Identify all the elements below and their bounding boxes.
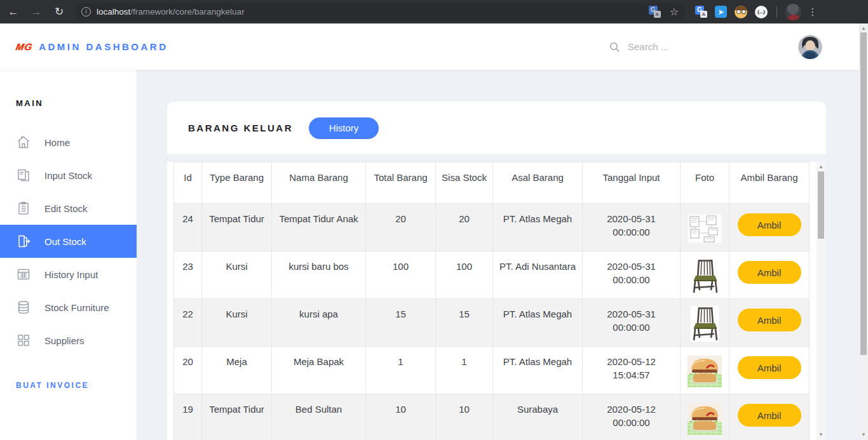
tanggal-time: 00:00:00 xyxy=(588,225,675,239)
sidebar-item-stock-furniture[interactable]: Stock Furniture xyxy=(0,291,137,324)
page-scrollbar[interactable]: ▲ ▼ xyxy=(859,23,868,440)
sidebar-item-home[interactable]: Home xyxy=(0,126,137,159)
search-input[interactable] xyxy=(628,41,723,52)
cell-sisa-stock: 10 xyxy=(436,394,493,440)
persona-extension-icon[interactable] xyxy=(735,6,747,18)
ambil-button[interactable]: Ambil xyxy=(738,309,801,331)
page-title: BARANG KELUAR xyxy=(188,123,293,133)
cell-asal-barang: PT. Atlas Megah xyxy=(493,347,583,394)
cell-foto xyxy=(681,299,729,347)
foto-cell-image xyxy=(687,212,722,245)
json-viewer-extension-icon[interactable]: (...) xyxy=(755,6,768,18)
cell-sisa-stock: 100 xyxy=(436,251,493,299)
table-row: 23 Kursi kursi baru bos 100 100 PT. Adi … xyxy=(174,251,810,299)
cell-ambil: Ambil xyxy=(729,299,810,347)
cell-total-barang: 1 xyxy=(366,347,436,394)
history-input-icon xyxy=(16,267,31,282)
cell-id: 20 xyxy=(174,347,202,394)
bookmark-star-icon[interactable]: ☆ xyxy=(670,6,679,18)
barang-keluar-table: Id Type Barang Nama Barang Total Barang … xyxy=(173,162,810,440)
cell-ambil: Ambil xyxy=(729,251,810,299)
table-scrollbar[interactable]: ▲ ▼ xyxy=(817,162,825,440)
burger-photo xyxy=(688,403,722,435)
sidebar-item-history-input[interactable]: History Input xyxy=(0,258,137,291)
cell-asal-barang: PT. Adi Nusantara xyxy=(493,251,583,299)
cell-total-barang: 20 xyxy=(366,204,436,251)
browser-menu-icon[interactable]: ⋮ xyxy=(806,6,819,18)
cell-tanggal-input: 2020-05-31 00:00:00 xyxy=(583,251,681,299)
app-logo[interactable]: MG ADMIN DASHBOARD xyxy=(16,41,168,52)
address-bar[interactable]: i localhost/framework/core/barangkeluar … xyxy=(75,3,685,21)
history-button[interactable]: History xyxy=(309,117,379,139)
browser-profile-avatar[interactable] xyxy=(785,4,801,20)
download-manager-extension-icon[interactable]: ➤ xyxy=(715,6,727,18)
col-header-tanggal-input: Tanggal Input xyxy=(583,163,681,204)
ext-a-box: A xyxy=(700,11,707,18)
foto-cell-image xyxy=(687,355,722,388)
sidebar-section-main: MAIN xyxy=(0,70,137,108)
table-scrollbar-thumb[interactable] xyxy=(818,171,824,239)
cell-foto xyxy=(681,347,729,394)
toolbar-divider xyxy=(776,6,777,18)
cell-total-barang: 100 xyxy=(366,251,436,299)
sidebar-item-out-stock[interactable]: Out Stock xyxy=(0,225,137,258)
browser-toolbar: ← → ↻ i localhost/framework/core/barangk… xyxy=(0,0,868,23)
app-title: ADMIN DASHBOARD xyxy=(39,41,168,52)
cell-type-barang: Kursi xyxy=(202,251,272,299)
ambil-button[interactable]: Ambil xyxy=(738,213,801,236)
search-icon xyxy=(609,41,620,53)
translate-page-icon[interactable]: G A xyxy=(649,6,661,18)
url-text[interactable]: localhost/framework/core/barangkeluar xyxy=(97,7,245,17)
cell-nama-barang: kursi baru bos xyxy=(272,251,366,299)
tanggal-time: 15:04:57 xyxy=(588,368,675,382)
foto-cell-image xyxy=(687,307,722,340)
table-card: Id Type Barang Nama Barang Total Barang … xyxy=(167,162,825,440)
sidebar-item-edit-stock[interactable]: Edit Stock xyxy=(0,192,137,225)
translate-extension-icon[interactable]: G A xyxy=(695,6,707,18)
main-content: BARANG KELUAR History Id Type Barang Nam… xyxy=(137,70,859,440)
cell-nama-barang: kursi apa xyxy=(272,299,366,347)
tanggal-time: 00:00:00 xyxy=(588,416,675,429)
tanggal-date: 2020-05-12 xyxy=(588,355,675,368)
table-body: 24 Tempat Tidur Tempat Tidur Anak 20 20 … xyxy=(174,204,810,440)
sidebar-item-suppliers[interactable]: Suppliers xyxy=(0,324,137,357)
cell-foto xyxy=(681,251,729,299)
col-header-id: Id xyxy=(174,163,202,204)
site-info-icon[interactable]: i xyxy=(81,7,91,17)
cell-sisa-stock: 20 xyxy=(436,204,493,251)
cell-foto xyxy=(681,394,729,440)
extensions-row: G A ➤ (...) xyxy=(695,6,768,18)
reload-icon[interactable]: ↻ xyxy=(50,3,69,22)
scroll-down-icon[interactable]: ▼ xyxy=(859,430,868,439)
cell-asal-barang: PT. Atlas Megah xyxy=(493,299,583,347)
cell-nama-barang: Tempat Tidur Anak xyxy=(272,204,366,251)
sidebar-item-label: Suppliers xyxy=(44,335,85,346)
sidebar-item-label: Edit Stock xyxy=(44,203,88,214)
user-avatar[interactable] xyxy=(798,35,822,59)
sidebar-section-buat-invoice: BUAT INVOICE xyxy=(0,357,137,390)
cell-tanggal-input: 2020-05-31 00:00:00 xyxy=(583,299,681,347)
cell-total-barang: 15 xyxy=(366,299,436,347)
tanggal-time: 00:00:00 xyxy=(588,321,675,334)
sidebar-item-input-stock[interactable]: Input Stock xyxy=(0,159,137,192)
col-header-foto: Foto xyxy=(681,163,729,204)
scroll-up-icon[interactable]: ▲ xyxy=(817,163,825,171)
ambil-button[interactable]: Ambil xyxy=(738,356,801,379)
ambil-button[interactable]: Ambil xyxy=(738,404,801,427)
col-header-ambil-barang: Ambil Barang xyxy=(729,163,810,204)
cell-sisa-stock: 15 xyxy=(436,299,493,347)
scroll-up-icon[interactable]: ▲ xyxy=(859,24,868,33)
chair-photo xyxy=(691,258,719,294)
cell-foto xyxy=(681,204,729,251)
ambil-button[interactable]: Ambil xyxy=(738,261,801,284)
cell-ambil: Ambil xyxy=(729,347,810,394)
cell-id: 22 xyxy=(174,299,202,347)
back-icon[interactable]: ← xyxy=(4,3,23,22)
cell-type-barang: Kursi xyxy=(202,299,272,347)
out-stock-icon xyxy=(16,234,31,249)
sidebar-menu: Home Input Stock Edit Stock Out Stock Hi xyxy=(0,126,137,357)
page-scrollbar-thumb[interactable] xyxy=(860,32,867,355)
forward-icon[interactable]: → xyxy=(27,3,46,22)
scroll-down-icon[interactable]: ▼ xyxy=(817,430,825,439)
cell-nama-barang: Meja Bapak xyxy=(272,347,366,394)
